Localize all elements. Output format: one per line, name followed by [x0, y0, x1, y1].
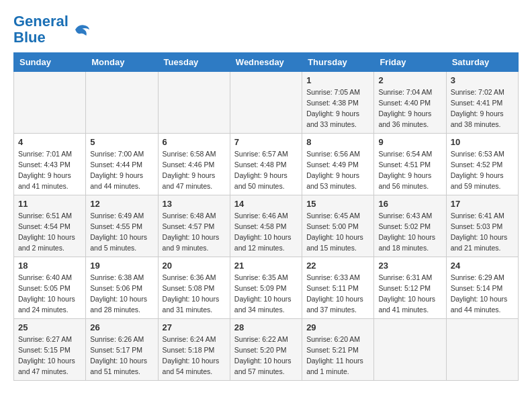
calendar-col-header: Tuesday — [158, 53, 230, 72]
calendar-col-header: Thursday — [302, 53, 374, 72]
calendar-cell: 20Sunrise: 6:36 AM Sunset: 5:08 PM Dayli… — [158, 257, 230, 319]
calendar-cell: 6Sunrise: 6:58 AM Sunset: 4:46 PM Daylig… — [158, 134, 230, 195]
calendar-cell — [14, 72, 86, 134]
day-info: Sunrise: 6:56 AM Sunset: 4:49 PM Dayligh… — [306, 149, 369, 191]
day-number: 26 — [90, 322, 153, 332]
day-number: 21 — [234, 261, 298, 271]
calendar-header-row: SundayMondayTuesdayWednesdayThursdayFrid… — [14, 53, 519, 72]
day-info: Sunrise: 6:57 AM Sunset: 4:48 PM Dayligh… — [234, 149, 298, 191]
day-number: 12 — [90, 199, 153, 209]
logo-general: General — [13, 13, 69, 30]
calendar-cell: 27Sunrise: 6:24 AM Sunset: 5:18 PM Dayli… — [158, 319, 230, 381]
calendar-cell: 8Sunrise: 6:56 AM Sunset: 4:49 PM Daylig… — [302, 134, 374, 195]
day-info: Sunrise: 6:43 AM Sunset: 5:02 PM Dayligh… — [378, 211, 441, 253]
day-number: 11 — [18, 199, 81, 209]
calendar-cell: 3Sunrise: 7:02 AM Sunset: 4:41 PM Daylig… — [446, 72, 518, 134]
day-info: Sunrise: 6:58 AM Sunset: 4:46 PM Dayligh… — [163, 149, 226, 191]
day-number: 10 — [451, 137, 514, 147]
calendar-col-header: Saturday — [446, 53, 518, 72]
day-info: Sunrise: 6:51 AM Sunset: 4:54 PM Dayligh… — [18, 211, 81, 253]
day-number: 28 — [234, 322, 298, 332]
day-number: 25 — [18, 322, 81, 332]
day-number: 16 — [378, 199, 441, 209]
calendar-cell: 28Sunrise: 6:22 AM Sunset: 5:20 PM Dayli… — [230, 319, 302, 381]
day-number: 8 — [306, 137, 369, 147]
day-info: Sunrise: 6:33 AM Sunset: 5:11 PM Dayligh… — [306, 273, 369, 315]
calendar-cell — [158, 72, 230, 134]
day-info: Sunrise: 6:49 AM Sunset: 4:55 PM Dayligh… — [90, 211, 153, 253]
day-info: Sunrise: 6:26 AM Sunset: 5:17 PM Dayligh… — [90, 334, 153, 377]
day-number: 14 — [234, 199, 298, 209]
day-number: 17 — [451, 199, 514, 209]
calendar-col-header: Monday — [86, 53, 158, 72]
day-info: Sunrise: 6:24 AM Sunset: 5:18 PM Dayligh… — [163, 334, 226, 377]
day-info: Sunrise: 7:01 AM Sunset: 4:43 PM Dayligh… — [18, 149, 81, 191]
day-info: Sunrise: 7:00 AM Sunset: 4:44 PM Dayligh… — [90, 149, 153, 191]
calendar-cell: 17Sunrise: 6:41 AM Sunset: 5:03 PM Dayli… — [446, 195, 518, 257]
day-info: Sunrise: 6:48 AM Sunset: 4:57 PM Dayligh… — [163, 211, 226, 253]
day-info: Sunrise: 6:46 AM Sunset: 4:58 PM Dayligh… — [234, 211, 298, 253]
calendar-cell: 13Sunrise: 6:48 AM Sunset: 4:57 PM Dayli… — [158, 195, 230, 257]
calendar-cell — [86, 72, 158, 134]
calendar-week-row: 25Sunrise: 6:27 AM Sunset: 5:15 PM Dayli… — [14, 319, 519, 381]
day-info: Sunrise: 6:20 AM Sunset: 5:21 PM Dayligh… — [306, 334, 369, 377]
calendar-cell: 15Sunrise: 6:45 AM Sunset: 5:00 PM Dayli… — [302, 195, 374, 257]
calendar-cell: 4Sunrise: 7:01 AM Sunset: 4:43 PM Daylig… — [14, 134, 86, 195]
day-number: 29 — [306, 322, 369, 332]
calendar-cell: 2Sunrise: 7:04 AM Sunset: 4:40 PM Daylig… — [374, 72, 446, 134]
calendar-cell: 29Sunrise: 6:20 AM Sunset: 5:21 PM Dayli… — [302, 319, 374, 381]
day-info: Sunrise: 6:54 AM Sunset: 4:51 PM Dayligh… — [378, 149, 441, 191]
calendar-cell: 19Sunrise: 6:38 AM Sunset: 5:06 PM Dayli… — [86, 257, 158, 319]
calendar-cell: 14Sunrise: 6:46 AM Sunset: 4:58 PM Dayli… — [230, 195, 302, 257]
day-number: 20 — [163, 261, 226, 271]
day-number: 7 — [234, 137, 298, 147]
day-info: Sunrise: 6:31 AM Sunset: 5:12 PM Dayligh… — [378, 273, 441, 315]
calendar-cell: 25Sunrise: 6:27 AM Sunset: 5:15 PM Dayli… — [14, 319, 86, 381]
day-info: Sunrise: 6:53 AM Sunset: 4:52 PM Dayligh… — [451, 149, 514, 191]
day-number: 19 — [90, 261, 153, 271]
logo-bird-icon — [71, 19, 91, 40]
calendar-week-row: 11Sunrise: 6:51 AM Sunset: 4:54 PM Dayli… — [14, 195, 519, 257]
day-number: 15 — [306, 199, 369, 209]
day-info: Sunrise: 6:38 AM Sunset: 5:06 PM Dayligh… — [90, 273, 153, 315]
calendar-table: SundayMondayTuesdayWednesdayThursdayFrid… — [13, 52, 519, 381]
calendar-cell: 11Sunrise: 6:51 AM Sunset: 4:54 PM Dayli… — [14, 195, 86, 257]
calendar-week-row: 18Sunrise: 6:40 AM Sunset: 5:05 PM Dayli… — [14, 257, 519, 319]
calendar-cell: 22Sunrise: 6:33 AM Sunset: 5:11 PM Dayli… — [302, 257, 374, 319]
day-number: 13 — [163, 199, 226, 209]
calendar-cell: 23Sunrise: 6:31 AM Sunset: 5:12 PM Dayli… — [374, 257, 446, 319]
calendar-cell: 26Sunrise: 6:26 AM Sunset: 5:17 PM Dayli… — [86, 319, 158, 381]
day-info: Sunrise: 6:27 AM Sunset: 5:15 PM Dayligh… — [18, 334, 81, 377]
day-number: 27 — [163, 322, 226, 332]
calendar-body: 1Sunrise: 7:05 AM Sunset: 4:38 PM Daylig… — [14, 72, 519, 381]
calendar-cell: 9Sunrise: 6:54 AM Sunset: 4:51 PM Daylig… — [374, 134, 446, 195]
calendar-week-row: 1Sunrise: 7:05 AM Sunset: 4:38 PM Daylig… — [14, 72, 519, 134]
day-info: Sunrise: 7:04 AM Sunset: 4:40 PM Dayligh… — [378, 87, 441, 130]
calendar-cell: 12Sunrise: 6:49 AM Sunset: 4:55 PM Dayli… — [86, 195, 158, 257]
calendar-col-header: Friday — [374, 53, 446, 72]
calendar-cell — [374, 319, 446, 381]
logo-text: General Blue — [13, 13, 69, 46]
day-number: 6 — [163, 137, 226, 147]
day-number: 18 — [18, 261, 81, 271]
calendar-cell: 5Sunrise: 7:00 AM Sunset: 4:44 PM Daylig… — [86, 134, 158, 195]
calendar-cell: 21Sunrise: 6:35 AM Sunset: 5:09 PM Dayli… — [230, 257, 302, 319]
day-number: 4 — [18, 137, 81, 147]
day-number: 5 — [90, 137, 153, 147]
calendar-cell: 16Sunrise: 6:43 AM Sunset: 5:02 PM Dayli… — [374, 195, 446, 257]
day-info: Sunrise: 6:22 AM Sunset: 5:20 PM Dayligh… — [234, 334, 298, 377]
calendar-cell: 7Sunrise: 6:57 AM Sunset: 4:48 PM Daylig… — [230, 134, 302, 195]
calendar-cell: 18Sunrise: 6:40 AM Sunset: 5:05 PM Dayli… — [14, 257, 86, 319]
day-info: Sunrise: 6:40 AM Sunset: 5:05 PM Dayligh… — [18, 273, 81, 315]
logo: General Blue — [13, 13, 91, 46]
day-info: Sunrise: 6:45 AM Sunset: 5:00 PM Dayligh… — [306, 211, 369, 253]
day-number: 3 — [451, 75, 514, 85]
day-info: Sunrise: 6:41 AM Sunset: 5:03 PM Dayligh… — [451, 211, 514, 253]
calendar-cell: 10Sunrise: 6:53 AM Sunset: 4:52 PM Dayli… — [446, 134, 518, 195]
day-number: 9 — [378, 137, 441, 147]
day-info: Sunrise: 6:35 AM Sunset: 5:09 PM Dayligh… — [234, 273, 298, 315]
day-number: 2 — [378, 75, 441, 85]
day-info: Sunrise: 7:05 AM Sunset: 4:38 PM Dayligh… — [306, 87, 369, 130]
day-info: Sunrise: 6:29 AM Sunset: 5:14 PM Dayligh… — [451, 273, 514, 315]
calendar-cell — [230, 72, 302, 134]
